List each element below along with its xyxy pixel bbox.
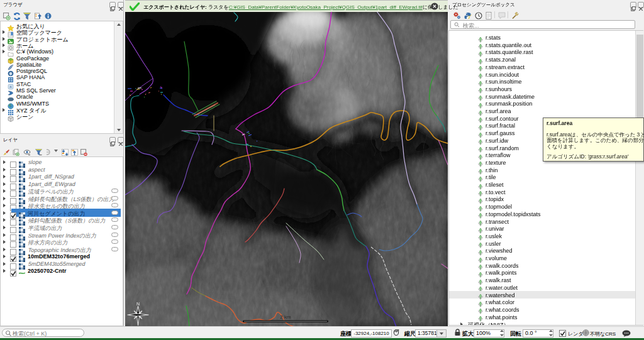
svg-text:2 km: 2 km: [280, 314, 291, 320]
svg-text:N: N: [136, 302, 140, 306]
